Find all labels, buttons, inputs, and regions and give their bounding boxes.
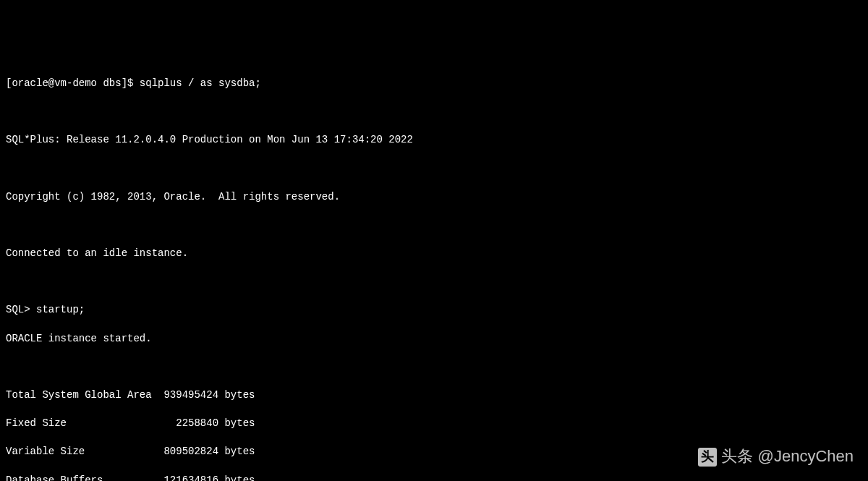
connected-line: Connected to an idle instance. <box>6 247 862 261</box>
terminal-output[interactable]: [oracle@vm-demo dbs]$ sqlplus / as sysdb… <box>6 62 862 481</box>
sql-command-startup: SQL> startup; <box>6 303 862 318</box>
sqlplus-banner: SQL*Plus: Release 11.2.0.4.0 Production … <box>6 133 862 148</box>
blank-line <box>6 162 862 176</box>
sga-total-line: Total System Global Area 939495424 bytes <box>6 388 862 403</box>
watermark: 头 头条 @JencyChen <box>698 446 854 468</box>
blank-line <box>6 360 862 375</box>
blank-line <box>6 218 862 233</box>
sga-fixed-line: Fixed Size 2258840 bytes <box>6 417 862 431</box>
instance-started-line: ORACLE instance started. <box>6 332 862 346</box>
shell-prompt-line: [oracle@vm-demo dbs]$ sqlplus / as sysdb… <box>6 77 862 91</box>
watermark-text: 头条 @JencyChen <box>721 446 854 468</box>
sga-buffers-line: Database Buffers 121634816 bytes <box>6 474 862 481</box>
toutiao-icon: 头 <box>698 448 717 467</box>
blank-line <box>6 275 862 289</box>
blank-line <box>6 105 862 119</box>
copyright-line: Copyright (c) 1982, 2013, Oracle. All ri… <box>6 190 862 205</box>
